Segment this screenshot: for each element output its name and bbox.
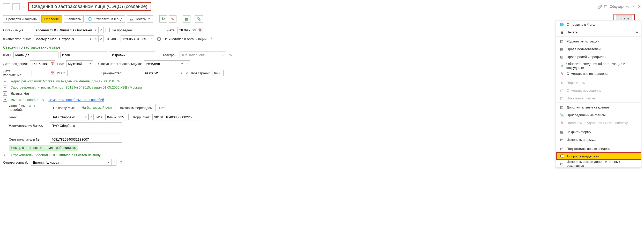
calendar-icon[interactable] <box>50 60 55 67</box>
responsible-help-icon[interactable]: ? <box>119 160 123 164</box>
tax-status-input[interactable] <box>144 60 180 67</box>
org-field[interactable]: ▾ ↗ <box>34 27 103 33</box>
tab-none[interactable]: Нет <box>156 104 168 111</box>
tab-post[interactable]: Почтовым переводом <box>115 104 156 111</box>
payout-collapse-toggle[interactable]: ▾ <box>3 98 7 102</box>
menu-print[interactable]: 🖨Печать▶ <box>556 28 641 36</box>
citizenship-field[interactable]: ▾ ↗ <box>143 70 189 76</box>
nav-forward-button[interactable]: → <box>12 3 20 10</box>
org-open-btn[interactable]: ↗ <box>98 27 103 33</box>
benefits-link[interactable]: Льготы: Нет <box>11 92 29 96</box>
print-button[interactable]: Печать▼ <box>127 15 153 23</box>
cancel-corrections-button[interactable] <box>169 15 176 23</box>
discussion-link[interactable]: Обсуждение <box>610 5 629 9</box>
addr-expand-toggle[interactable]: ▸ <box>3 79 7 83</box>
org-input[interactable] <box>34 27 93 33</box>
tax-status-open-btn[interactable]: ↗ <box>185 60 190 67</box>
payout-title[interactable]: Выплата пособий <box>11 98 38 102</box>
menu-send-fund[interactable]: 🌐Отправить в Фонд <box>556 20 641 28</box>
write-button[interactable]: Записать <box>64 15 84 23</box>
snils-input[interactable] <box>121 35 149 42</box>
menu-reload-org[interactable]: ↻Обновить сведения об организации и сотр… <box>556 62 641 70</box>
post-and-close-button[interactable]: Провести и закрыть <box>3 15 40 23</box>
country-code-input[interactable] <box>212 70 224 76</box>
date-input[interactable] <box>177 27 198 33</box>
bank-name-textarea[interactable]: ПАО Сбербанк <box>50 122 122 134</box>
benefits-expand-toggle[interactable]: ▸ <box>3 91 7 96</box>
bank-input[interactable] <box>50 114 83 120</box>
account-input[interactable] <box>50 136 122 143</box>
send-to-fund-button[interactable]: Отправить в Фонд <box>85 15 125 23</box>
dismiss-date-input[interactable] <box>32 70 50 76</box>
sex-field[interactable]: ▾ <box>66 60 93 67</box>
insurer-link[interactable]: Страхователь: Арсенал ООО. Филиал в г.Ро… <box>11 153 100 157</box>
menu-role-rights[interactable]: ▤Права ролей и профилей <box>556 53 641 61</box>
citizenship-open-btn[interactable]: ↗ <box>184 70 189 76</box>
date-field[interactable] <box>177 27 203 33</box>
change-payout-link[interactable]: Изменить способ выплаты пособий <box>48 98 104 102</box>
close-icon[interactable]: ✕ <box>638 4 641 9</box>
tab-bank[interactable]: На банковский счет <box>78 104 115 111</box>
inn-input[interactable] <box>67 70 96 76</box>
snils-open-btn[interactable]: ↗ <box>149 35 154 42</box>
person-input[interactable] <box>34 35 88 42</box>
menu-attached[interactable]: 📎Присоединенные файлы <box>556 111 641 119</box>
first-name-input[interactable] <box>60 52 107 58</box>
attachments-button[interactable] <box>195 15 203 23</box>
bank-field[interactable]: ▾ ↗ <box>50 114 94 120</box>
help-not-in-org-icon[interactable]: ? <box>209 37 213 41</box>
menu-cancel-fix[interactable]: ✎Отменить все исправления <box>556 70 641 77</box>
person-open-btn[interactable]: ↗ <box>98 35 103 42</box>
menu-user-rights[interactable]: ▤Права пользователей <box>556 45 641 53</box>
dismiss-date-field[interactable] <box>32 70 55 76</box>
phone-input[interactable] <box>180 52 221 58</box>
person-field[interactable]: ▾ × ↗ <box>34 35 103 42</box>
calendar-icon[interactable] <box>50 70 55 76</box>
sex-input[interactable] <box>66 60 88 67</box>
menu-change-form[interactable]: ▤Изменить форму... <box>556 136 641 143</box>
tab-mir[interactable]: На карту МИР <box>50 104 78 111</box>
identity-link[interactable]: Удостоверение личности: Паспорт 8011 № 5… <box>11 85 142 89</box>
phone-ellipsis-btn[interactable] <box>221 52 226 58</box>
middle-name-input[interactable] <box>109 52 155 58</box>
citizenship-dropdown-btn[interactable]: ▾ <box>179 70 184 76</box>
report-button[interactable] <box>183 15 190 23</box>
responsible-open-btn[interactable]: ↗ <box>111 159 116 166</box>
bik-input[interactable] <box>105 114 129 120</box>
korr-input[interactable] <box>152 114 204 120</box>
menu-change-req[interactable]: ▤Изменить состав дополнительных реквизит… <box>556 160 641 168</box>
bank-dropdown-btn[interactable]: ▾ <box>83 114 88 120</box>
snils-field[interactable]: ↗ <box>121 35 154 42</box>
sex-dropdown-btn[interactable]: ▾ <box>88 60 93 67</box>
phone-edit-icon[interactable] <box>228 53 232 57</box>
payout-edit-icon[interactable] <box>40 98 44 102</box>
responsible-dropdown-btn[interactable]: ▾ <box>106 159 111 166</box>
phone-field[interactable] <box>180 52 226 58</box>
birth-date-field[interactable] <box>30 60 55 67</box>
calendar-icon[interactable] <box>198 27 203 33</box>
not-in-org-checkbox[interactable] <box>157 37 161 41</box>
menu-close-form[interactable]: ▤Закрыть форму <box>556 128 641 136</box>
menu-reg-log[interactable]: ▤Журнал регистрации <box>556 37 641 45</box>
birth-date-input[interactable] <box>30 60 50 67</box>
menu-prepare-new[interactable]: ▤Подготовить новые сведения <box>556 145 641 152</box>
refresh-button[interactable] <box>159 15 167 23</box>
id-expand-toggle[interactable]: ▸ <box>3 85 7 89</box>
favorite-star-icon[interactable]: ☆ <box>22 4 26 10</box>
link-icon[interactable]: 🔗 <box>598 5 602 9</box>
post-button[interactable]: Провести <box>41 15 62 23</box>
menu-extra-info[interactable]: ▤Дополнительные сведения <box>556 103 641 111</box>
insurer-expand-toggle[interactable]: ▸ <box>3 153 7 157</box>
nav-back-button[interactable]: ← <box>3 3 10 10</box>
org-dropdown-btn[interactable]: ▾ <box>93 27 98 33</box>
person-clear-btn[interactable]: × <box>93 35 98 42</box>
tax-status-field[interactable]: ▾ ↗ <box>144 60 190 67</box>
menu-support[interactable]: 💬Вопрос в поддержку <box>556 152 641 160</box>
last-name-input[interactable] <box>13 52 58 58</box>
windows-icon[interactable]: ❐ <box>604 5 608 9</box>
person-dropdown-btn[interactable]: ▾ <box>88 35 93 42</box>
kebab-menu-icon[interactable]: ⋮ <box>631 4 635 9</box>
citizenship-input[interactable] <box>143 70 179 76</box>
address-edit-icon[interactable] <box>116 79 120 83</box>
responsible-input[interactable] <box>31 159 106 166</box>
